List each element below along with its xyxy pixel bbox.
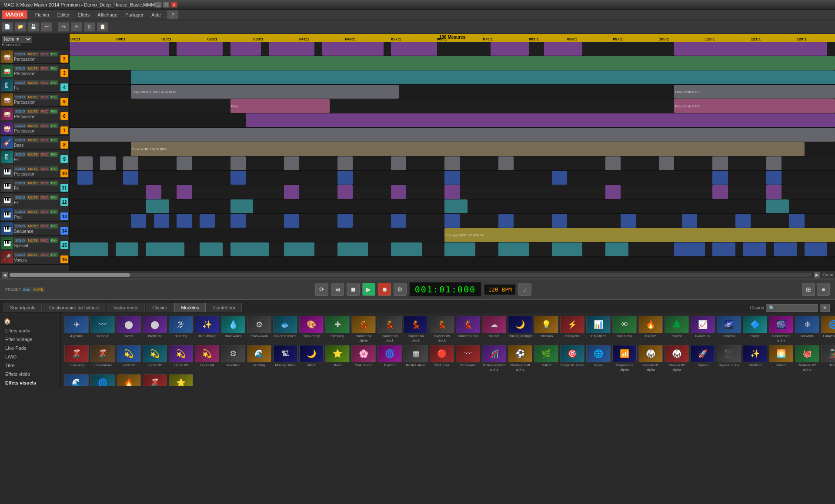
track-14-fx[interactable]: FX· [50, 238, 58, 243]
media-icewind[interactable]: ❄ Icewind [795, 316, 819, 342]
media-blobs02[interactable]: ⬤ Blobs 02 [143, 316, 167, 342]
track-10-mute[interactable]: MUTE [27, 181, 39, 186]
noire-select[interactable]: Noire ▼ [2, 36, 32, 43]
track-9-rec[interactable]: REC [40, 166, 50, 171]
track-14-rec[interactable]: REC [40, 238, 50, 243]
grid-view-button[interactable]: ⊞ [802, 283, 815, 296]
segment-5-1[interactable]: Easy ... [230, 99, 330, 113]
segment-1-3[interactable] [230, 42, 261, 56]
segment-15-17[interactable] [805, 242, 828, 256]
segment-13-12[interactable] [621, 214, 636, 228]
segment-3-1[interactable] [131, 70, 835, 84]
help-icon[interactable]: ? [167, 10, 178, 20]
track-3-solo[interactable]: SOLO [14, 80, 26, 85]
tab-clavier[interactable]: Clavier [146, 303, 174, 312]
track-14-solo[interactable]: SOLO [14, 238, 26, 243]
track-8-rec[interactable]: REC [40, 152, 50, 157]
media-dancer-04-black[interactable]: 💃 Dancer 04 black [404, 316, 428, 342]
track-12-rec[interactable]: REC [40, 209, 50, 214]
track-lane-7[interactable] [70, 128, 835, 142]
segment-12-2[interactable] [230, 199, 254, 213]
category-back-icon[interactable]: 🏠 [3, 318, 11, 325]
segment-13-4[interactable] [200, 214, 215, 228]
track-4-mute[interactable]: MUTE [27, 95, 39, 99]
media-shaolin-01-alpha[interactable]: 🥋 Shaolin 01 alpha [638, 345, 663, 371]
track-lane-6[interactable] [70, 113, 835, 128]
media-machine[interactable]: ⚙ Machine [221, 345, 245, 371]
media-dancer-03-black[interactable]: 💃 Dancer 03 black [377, 316, 402, 342]
media-square-alpha[interactable]: ⬛ Square alpha [717, 345, 741, 371]
segment-13-10[interactable] [498, 214, 514, 228]
segment-12-4[interactable] [766, 199, 789, 213]
media-dream[interactable]: ☁ Dream [482, 316, 506, 342]
segment-9-2[interactable] [100, 156, 115, 170]
segment-11-6[interactable] [444, 185, 460, 199]
segment-1-2[interactable] [177, 42, 223, 56]
rewind-button[interactable]: ⏮ [331, 283, 344, 296]
segment-9-13[interactable] [712, 156, 728, 170]
media-dancer-02-alpha[interactable]: 💃 Dancer 02 alpha [351, 316, 376, 342]
track-8-mute[interactable]: MUTE [27, 152, 39, 157]
segment-9-1[interactable] [77, 156, 93, 170]
media-red-color[interactable]: 🔴 Red color [430, 345, 454, 371]
segment-15-5[interactable] [230, 242, 269, 256]
tab-instruments[interactable]: Instruments [107, 303, 145, 312]
segment-10-8[interactable] [766, 171, 782, 185]
segment-10-2[interactable] [123, 171, 138, 185]
segment-15-14[interactable] [712, 242, 735, 256]
segment-12-1[interactable] [146, 199, 169, 213]
media-space[interactable]: 🚀 Space [691, 345, 715, 371]
track-3-mute[interactable]: MUTE [27, 80, 39, 85]
segment-15-3[interactable] [146, 242, 184, 256]
track-7-solo[interactable]: SOLO [14, 138, 26, 143]
media-tentacle-02-alpha[interactable]: 🐙 Tentacle 02 alpha [795, 345, 819, 371]
tab-modeles[interactable]: Modèles [174, 303, 206, 312]
track-15-rec[interactable]: REC [40, 252, 50, 257]
media-energetic[interactable]: ⚡ Energetic [560, 316, 584, 342]
track-15-mute[interactable]: MUTE [27, 252, 39, 257]
segment-11-9[interactable] [766, 185, 782, 199]
track-lane-8[interactable]: Sonar B-HD: 120.00 BPM [70, 142, 835, 156]
menu-affichage[interactable]: Affichage [94, 11, 121, 18]
media-blue-fog[interactable]: 🌫 Blue fog [169, 316, 193, 342]
media-sequences-alpha[interactable]: 📶 Sequences alpha [612, 345, 637, 371]
mute-button[interactable]: MUTE [32, 287, 45, 292]
scrollbar-area[interactable]: ◀ ▶ Zoom [0, 271, 835, 279]
media-clockwork[interactable]: ⚙ Clock-work [247, 316, 271, 342]
media-eye-alpha[interactable]: 👁 Eye alpha [612, 316, 637, 342]
media-forest[interactable]: 🌲 Forest [665, 316, 689, 342]
media-train[interactable]: 🚂 Train [821, 345, 835, 371]
menu-aide[interactable]: Aide [148, 11, 164, 18]
track-lane-2[interactable] [70, 56, 835, 70]
track-lane-10[interactable] [70, 171, 835, 185]
track-4-rec[interactable]: REC [40, 95, 50, 99]
track-2-rec[interactable]: REC [40, 66, 50, 71]
copy-button[interactable]: ⎘ [84, 22, 95, 32]
track-7-mute[interactable]: MUTE [27, 138, 39, 143]
media-g-bars-02[interactable]: 📈 G-bars 02 [691, 316, 715, 342]
media-airplane[interactable]: ✈ Airplane [64, 316, 89, 342]
bpm-display[interactable]: 120 BPM [484, 284, 516, 295]
track-10-solo[interactable]: SOLO [14, 181, 26, 186]
media-fire-02[interactable]: 🔥 Fire 02 [638, 316, 663, 342]
segment-10-5[interactable] [444, 171, 460, 185]
segment-2-1[interactable] [70, 56, 835, 70]
track-1-rec[interactable]: REC [40, 52, 50, 56]
media-melting[interactable]: 🌊 Melting [247, 345, 271, 371]
segment-8-1[interactable]: Sonar B-HD: 120.00 BPM [131, 142, 805, 156]
tab-controleur[interactable]: Contrôleur [207, 303, 242, 312]
track-5-mute[interactable]: MUTE [27, 109, 39, 114]
category-titre[interactable]: Titre [0, 361, 60, 370]
media-row3-item5[interactable]: ⭐ [169, 374, 193, 386]
segment-13-7[interactable] [337, 214, 353, 228]
segment-14-1[interactable]: Chicago 3.HDP 120.00 BPM [444, 228, 835, 242]
segment-15-15[interactable] [743, 242, 766, 256]
track-5-solo[interactable]: SOLO [14, 109, 26, 114]
media-lights-01[interactable]: 💫 Lights 01 [117, 345, 141, 371]
track-lane-15[interactable] [70, 242, 835, 257]
segment-1-8[interactable] [544, 42, 582, 56]
segment-13-8[interactable] [391, 214, 406, 228]
track-6-solo[interactable]: SOLO [14, 123, 26, 128]
track-lane-13[interactable] [70, 214, 835, 228]
media-pink-dream[interactable]: 🌸 Pink dream [351, 345, 376, 371]
